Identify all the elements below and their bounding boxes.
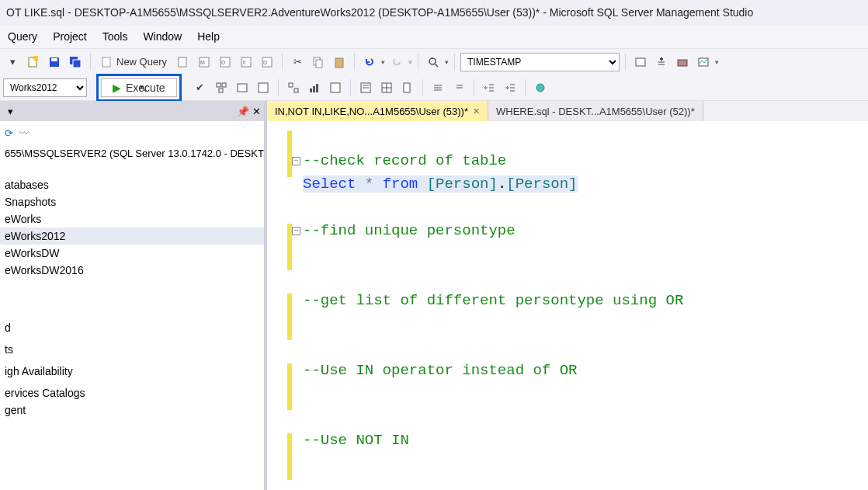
registered-servers-icon[interactable] [631, 53, 650, 71]
toolbox-icon[interactable] [673, 53, 692, 71]
new-query-button[interactable]: New Query [96, 53, 172, 71]
svg-rect-5 [73, 60, 81, 68]
intellisense-icon[interactable] [254, 78, 273, 97]
new-project-icon[interactable] [24, 53, 43, 71]
mdx-query-icon[interactable]: M [195, 53, 214, 71]
server-connection-node[interactable]: 655\MSSQLSERVER2 (SQL Server 13.0.1742.0… [0, 144, 264, 162]
svg-rect-28 [259, 83, 268, 92]
tab-inactive[interactable]: WHERE.sql - DESKT...A1M5655\User (52))* [488, 101, 703, 121]
save-all-icon[interactable] [66, 53, 85, 71]
code-comment: --Use IN operator instead of OR [303, 362, 577, 379]
pin-icon[interactable]: 📌 [237, 106, 249, 117]
code-comment: --get list of different persontype using… [303, 292, 683, 309]
execute-button[interactable]: ▶ Execute ↖ [101, 78, 177, 97]
object-explorer-header: ▾ 📌 ✕ [0, 101, 264, 121]
tree-item[interactable]: eWorksDW [0, 245, 264, 262]
svg-rect-1 [33, 56, 38, 61]
tab-active[interactable]: IN,NOT IN,LIKE,NO...A1M5655\User (53))*✕ [267, 101, 488, 121]
menu-window[interactable]: Window [135, 27, 189, 46]
query-options-icon[interactable] [233, 78, 252, 97]
svg-rect-34 [331, 83, 340, 92]
properties-icon[interactable] [652, 53, 671, 71]
tree-item[interactable]: ervices Catalogs [0, 384, 264, 401]
svg-rect-18 [335, 58, 343, 68]
svg-text:D: D [263, 60, 267, 65]
uncomment-icon[interactable] [450, 78, 468, 97]
timestamp-combo[interactable]: TIMESTAMP [460, 53, 620, 71]
svg-rect-27 [238, 84, 247, 92]
code-identifier: [Person] [427, 175, 498, 193]
dax-query-icon[interactable]: D [258, 53, 276, 71]
tree-item[interactable]: Snapshots [0, 193, 264, 210]
editor-area: IN,NOT IN,LIKE,NO...A1M5655\User (53))*✕… [267, 101, 868, 490]
parse-icon[interactable]: ✔ [191, 78, 210, 97]
comment-icon[interactable] [429, 78, 447, 97]
results-file-icon[interactable] [398, 78, 417, 97]
refresh-icon[interactable]: ⟳ [5, 127, 13, 139]
svg-rect-24 [217, 83, 220, 87]
close-tab-icon[interactable]: ✕ [473, 106, 480, 116]
tab-label: WHERE.sql - DESKT...A1M5655\User (52))* [496, 106, 695, 117]
menu-help[interactable]: Help [189, 27, 227, 46]
svg-rect-26 [219, 89, 223, 92]
xmla-query-icon[interactable]: X [237, 53, 255, 71]
code-editor[interactable]: − − --check record of table Select * fro… [267, 121, 868, 490]
db-query-icon[interactable] [174, 53, 193, 71]
title-bar: OT LIKE.sql - DESKTOP-A1M5655\MSSQLSERVE… [0, 0, 868, 25]
increase-indent-icon[interactable] [501, 78, 519, 97]
svg-text:D: D [221, 60, 225, 65]
undo-icon[interactable] [360, 53, 379, 71]
redo-icon[interactable] [387, 53, 406, 71]
display-plan-icon[interactable] [212, 78, 231, 97]
execute-highlight: ▶ Execute ↖ [96, 74, 182, 102]
tree-item[interactable]: eWorks [0, 210, 264, 228]
results-grid-icon[interactable] [377, 78, 396, 97]
svg-rect-32 [313, 86, 315, 92]
copy-icon[interactable] [309, 53, 328, 71]
svg-text:X: X [242, 60, 246, 65]
tree-item[interactable]: eWorksDW2016 [0, 262, 264, 279]
include-live-stats-icon[interactable] [326, 78, 345, 97]
dmx-query-icon[interactable]: D [216, 53, 234, 71]
tree-item[interactable]: d [0, 319, 264, 336]
paste-icon[interactable] [330, 53, 349, 71]
database-tree: atabasesSnapshotseWorkseWorks2012eWorksD… [0, 173, 264, 282]
svg-point-53 [536, 84, 544, 92]
new-query-label: New Query [116, 56, 167, 68]
decrease-indent-icon[interactable] [480, 78, 498, 97]
svg-rect-3 [51, 58, 57, 61]
menu-project[interactable]: Project [45, 27, 95, 46]
activity-icon[interactable]: 〰 [19, 127, 30, 139]
close-panel-icon[interactable]: ✕ [252, 106, 261, 117]
svg-rect-17 [316, 60, 322, 68]
find-icon[interactable] [424, 53, 443, 71]
database-combo[interactable]: Works2012 [3, 78, 87, 97]
activity-monitor-icon[interactable] [694, 53, 713, 71]
tree-item[interactable]: igh Availability [0, 363, 264, 380]
play-icon: ▶ [113, 82, 121, 94]
include-stats-icon[interactable] [305, 78, 324, 97]
specify-values-icon[interactable] [531, 78, 550, 97]
include-plan-icon[interactable] [284, 78, 303, 97]
svg-line-20 [435, 64, 438, 67]
cut-icon[interactable]: ✂ [288, 53, 307, 71]
tree-item[interactable]: gent [0, 401, 264, 419]
collapse-toggle-icon[interactable]: − [292, 227, 300, 235]
menu-query[interactable]: Query [0, 27, 45, 46]
tree-item[interactable]: atabases [0, 176, 264, 193]
save-icon[interactable] [45, 53, 64, 71]
svg-rect-31 [310, 89, 312, 92]
document-tabs: IN,NOT IN,LIKE,NO...A1M5655\User (53))*✕… [267, 101, 868, 121]
svg-point-19 [429, 58, 436, 64]
results-text-icon[interactable] [356, 78, 375, 97]
svg-rect-7 [179, 57, 186, 67]
nav-dropdown-icon[interactable]: ▾ [3, 53, 22, 71]
tree-item[interactable]: eWorks2012 [0, 228, 264, 245]
panel-dropdown-icon[interactable]: ▾ [3, 106, 234, 117]
code-text[interactable]: --check record of table Select * from [P… [303, 126, 868, 490]
menu-tools[interactable]: Tools [95, 27, 136, 46]
svg-rect-21 [636, 58, 645, 66]
tree-item[interactable]: ts [0, 341, 264, 358]
code-comment: --find unique persontype [303, 222, 516, 239]
collapse-toggle-icon[interactable]: − [292, 157, 300, 165]
